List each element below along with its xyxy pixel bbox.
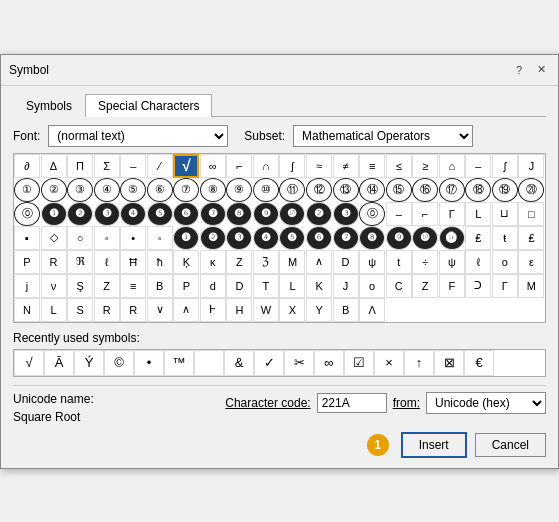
tab-symbols[interactable]: Symbols [13, 94, 85, 117]
symbol-cell[interactable]: B [333, 298, 359, 322]
symbol-cell[interactable]: K [306, 274, 332, 298]
close-button[interactable]: ✕ [532, 61, 550, 79]
symbol-cell[interactable]: ② [41, 178, 67, 202]
symbol-cell[interactable]: ❺ [147, 202, 173, 226]
symbol-cell[interactable]: ❺ [279, 226, 305, 250]
symbol-cell[interactable]: o [492, 250, 518, 274]
symbol-cell[interactable]: ❶ [41, 202, 67, 226]
symbol-cell[interactable]: Z [412, 274, 438, 298]
symbol-cell[interactable]: T [253, 274, 279, 298]
symbol-cell[interactable]: L [465, 202, 491, 226]
symbol-cell[interactable]: ∨ [147, 298, 173, 322]
symbol-cell[interactable]: Z [226, 250, 252, 274]
symbol-cell[interactable]: • [120, 226, 146, 250]
recent-symbol-cell[interactable]: ∞ [314, 350, 344, 376]
symbol-cell[interactable]: Ķ [173, 250, 199, 274]
symbol-cell[interactable]: ❸ [94, 202, 120, 226]
symbol-cell[interactable]: ∫ [492, 154, 518, 178]
symbol-cell[interactable]: ⑳ [518, 178, 544, 202]
symbol-cell[interactable]: J [518, 154, 544, 178]
recent-symbol-cell[interactable]: ☑ [344, 350, 374, 376]
symbol-cell[interactable]: Y [306, 298, 332, 322]
symbol-cell[interactable]: ⑱ [465, 178, 491, 202]
symbol-cell[interactable]: Λ [359, 298, 385, 322]
symbol-cell[interactable]: ⑬ [333, 178, 359, 202]
symbol-cell[interactable]: ❽ [226, 202, 252, 226]
symbol-cell[interactable]: ν [41, 274, 67, 298]
symbol-cell[interactable]: D [226, 274, 252, 298]
from-label[interactable]: from: [393, 396, 420, 410]
symbol-cell[interactable]: ≡ [359, 154, 385, 178]
symbol-cell[interactable]: ≈ [306, 154, 332, 178]
symbol-cell[interactable]: ▪ [14, 226, 40, 250]
symbol-cell[interactable]: – [120, 154, 146, 178]
symbol-cell[interactable]: ❷ [67, 202, 93, 226]
symbol-cell[interactable]: ⌐ [412, 202, 438, 226]
symbol-cell[interactable]: ε [518, 250, 544, 274]
recent-symbol-cell[interactable]: € [464, 350, 494, 376]
symbol-cell[interactable]: ⑤ [120, 178, 146, 202]
recent-symbol-cell[interactable]: Ý [74, 350, 104, 376]
symbol-cell[interactable]: Δ [41, 154, 67, 178]
symbol-cell[interactable]: ≡ [120, 274, 146, 298]
symbol-cell[interactable]: ❼ [200, 202, 226, 226]
symbol-cell[interactable]: ⊔ [492, 202, 518, 226]
symbol-cell[interactable]: L [279, 274, 305, 298]
recent-symbol-cell[interactable]: ⊠ [434, 350, 464, 376]
symbol-cell[interactable]: ❸ [333, 202, 359, 226]
symbol-cell[interactable]: ⑨ [226, 178, 252, 202]
symbol-cell[interactable]: ❾ [386, 226, 412, 250]
symbol-cell[interactable]: ⑭ [359, 178, 385, 202]
symbol-cell[interactable]: ℜ [67, 250, 93, 274]
symbol-cell[interactable]: ❽ [359, 226, 385, 250]
symbol-cell[interactable]: R [94, 298, 120, 322]
symbol-cell[interactable]: ❸ [226, 226, 252, 250]
symbol-cell[interactable]: ħ [147, 250, 173, 274]
recent-symbol-cell[interactable]: × [374, 350, 404, 376]
symbol-cell[interactable]: ℓ [94, 250, 120, 274]
symbol-cell[interactable]: ψ [359, 250, 385, 274]
symbol-cell[interactable]: P [173, 274, 199, 298]
symbol-cell[interactable]: X [279, 298, 305, 322]
symbol-cell[interactable]: d [200, 274, 226, 298]
charcode-input[interactable] [317, 393, 387, 413]
symbol-cell[interactable]: t [386, 250, 412, 274]
symbol-cell[interactable]: F [439, 274, 465, 298]
symbol-cell[interactable]: ĸ [200, 250, 226, 274]
symbol-cell[interactable]: ⑦ [173, 178, 199, 202]
symbol-cell[interactable]: J [333, 274, 359, 298]
recent-symbol-cell[interactable]: ✂ [284, 350, 314, 376]
symbol-cell[interactable]: □ [518, 202, 544, 226]
symbol-cell[interactable]: Ͱ [200, 298, 226, 322]
symbol-cell[interactable]: ∂ [14, 154, 40, 178]
symbol-cell[interactable]: ◦ [147, 226, 173, 250]
symbol-cell[interactable]: ≤ [386, 154, 412, 178]
insert-button[interactable]: Insert [401, 432, 467, 458]
help-button[interactable]: ? [510, 61, 528, 79]
symbol-cell[interactable]: ⑲ [492, 178, 518, 202]
symbol-cell[interactable]: ① [14, 178, 40, 202]
symbol-cell[interactable]: ❻ [306, 226, 332, 250]
symbol-cell[interactable]: P [14, 250, 40, 274]
symbol-cell[interactable]: ❿ [412, 226, 438, 250]
symbol-cell[interactable]: D [333, 250, 359, 274]
symbol-cell[interactable]: ◇ [41, 226, 67, 250]
symbol-cell[interactable]: ⑯ [412, 178, 438, 202]
symbol-cell[interactable]: N [14, 298, 40, 322]
symbol-cell[interactable]: ŧ [492, 226, 518, 250]
symbol-cell[interactable]: W [253, 298, 279, 322]
recent-symbol-cell[interactable]: ↑ [404, 350, 434, 376]
symbol-cell[interactable]: R [120, 298, 146, 322]
symbol-cell[interactable]: Σ [94, 154, 120, 178]
symbol-cell[interactable]: ₤ [518, 226, 544, 250]
symbol-cell[interactable]: ⌂ [439, 154, 465, 178]
charcode-label[interactable]: Character code: [225, 396, 310, 410]
symbol-cell[interactable]: ⓪ [14, 202, 40, 226]
symbol-cell[interactable]: Ͻ [465, 274, 491, 298]
symbol-cell[interactable]: j [14, 274, 40, 298]
symbol-cell[interactable]: ⑰ [439, 178, 465, 202]
symbol-cell[interactable]: ○ [67, 226, 93, 250]
symbol-cell[interactable]: ⑩ [253, 178, 279, 202]
recent-symbol-cell[interactable] [194, 350, 224, 376]
symbol-cell[interactable]: ❹ [120, 202, 146, 226]
